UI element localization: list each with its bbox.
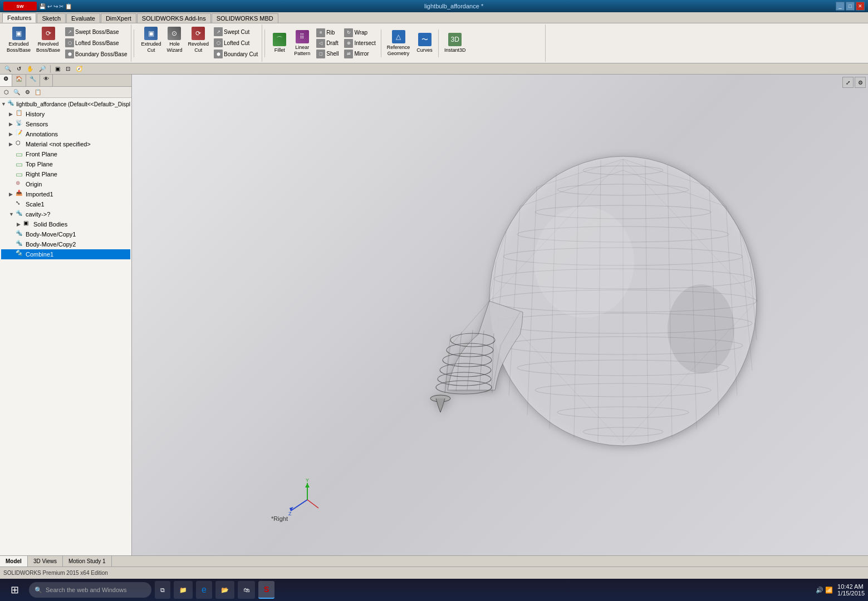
fillet-button[interactable]: ⌒ Fillet <box>269 32 290 55</box>
tree-item-origin[interactable]: ⊕ Origin <box>1 179 130 189</box>
minimize-button[interactable]: _ <box>836 2 845 11</box>
tree-item-top-plane[interactable]: ▭ Top Plane <box>1 159 130 169</box>
boundary-cut-button[interactable]: ⬢ Boundary Cut <box>212 49 259 59</box>
taskbar-edge[interactable]: e <box>196 581 212 599</box>
icon-combine1: 🔩 <box>16 250 24 259</box>
tab-motion-study[interactable]: Motion Study 1 <box>63 556 112 566</box>
rotate-view[interactable]: ↺ <box>14 65 23 72</box>
tree-item-material[interactable]: ▶ ⬡ Material <not specified> <box>1 139 130 149</box>
instant3d-button[interactable]: 3D Instant3D <box>442 32 468 55</box>
tab-model[interactable]: Model <box>0 556 28 566</box>
icon-cavity: 🔩 <box>16 210 24 219</box>
revolved-boss-button[interactable]: ⟳ RevolvedBoss/Base <box>34 26 62 55</box>
tree-item-front-plane[interactable]: ▭ Front Plane <box>1 149 130 159</box>
fm-btn-3[interactable]: ⚙ <box>22 87 32 97</box>
tab-3d-views[interactable]: 3D Views <box>28 556 63 566</box>
expand-material[interactable]: ▶ <box>9 141 16 147</box>
swept-boss-button[interactable]: ↗ Swept Boss/Base <box>63 27 129 37</box>
view-selector[interactable]: 🔍 <box>2 65 13 72</box>
tab-evaluate[interactable]: Evaluate <box>66 13 100 23</box>
tab-sketch[interactable]: Sketch <box>37 13 66 23</box>
fm-btn-4[interactable]: 📋 <box>33 87 43 97</box>
draft-button[interactable]: ◁ Draft <box>315 38 340 48</box>
wrap-button[interactable]: ↻ Wrap <box>342 28 377 38</box>
reference-geometry-button[interactable]: △ ReferenceGeometry <box>385 29 413 58</box>
display-manager-tab[interactable]: 👁 <box>40 75 53 86</box>
expand-annotations[interactable]: ▶ <box>9 131 16 137</box>
feature-manager-tab[interactable]: ⚙ <box>0 75 12 86</box>
icon-right-plane: ▭ <box>16 170 24 179</box>
tree-item-solid-bodies[interactable]: ▶ ▣ Solid Bodies <box>1 219 130 229</box>
taskbar-explorer[interactable]: 📁 <box>174 581 193 599</box>
close-button[interactable]: ✕ <box>856 2 865 11</box>
lightbulb-wireframe <box>300 134 773 496</box>
boss-base-buttons: ▣ ExtrudedBoss/Base ⟳ RevolvedBoss/Base … <box>4 26 129 61</box>
tab-dimxpert[interactable]: DimXpert <box>101 13 136 23</box>
expand-solid-bodies[interactable]: ▶ <box>17 221 23 227</box>
tree-item-history[interactable]: ▶ 📋 History <box>1 109 130 119</box>
tab-features[interactable]: Features <box>2 13 36 23</box>
linear-pattern-button[interactable]: ⠿ LinearPattern <box>292 29 312 58</box>
property-manager-tab[interactable]: 🏠 <box>12 75 26 86</box>
section-view[interactable]: ⊡ <box>63 65 72 72</box>
tree-item-body-move-copy1[interactable]: 🔩 Body-Move/Copy1 <box>1 229 130 239</box>
expand-combine1 <box>9 252 16 257</box>
config-manager-tab[interactable]: 🔧 <box>26 75 40 86</box>
tree-item-combine1[interactable]: 🔩 Combine1 <box>1 249 130 259</box>
expand-imported1[interactable]: ▶ <box>9 191 16 197</box>
window-controls[interactable]: _ □ ✕ <box>836 2 865 11</box>
ribbon-tabs: Features Sketch Evaluate DimXpert SOLIDW… <box>0 12 868 23</box>
shell-button[interactable]: ◻ Shell <box>315 49 340 59</box>
tree-item-body-move-copy2[interactable]: 🔩 Body-Move/Copy2 <box>1 239 130 249</box>
extruded-cut-button[interactable]: ▣ ExtrudedCut <box>139 26 163 55</box>
axis-svg: Z Y <box>288 477 327 516</box>
expand-sensors[interactable]: ▶ <box>9 121 16 127</box>
hole-wizard-button[interactable]: ⊙ HoleWizard <box>164 26 184 55</box>
svg-text:Z: Z <box>288 511 292 516</box>
tab-addins[interactable]: SOLIDWORKS Add-Ins <box>137 13 211 23</box>
maximize-button[interactable]: □ <box>846 2 855 11</box>
expand-root[interactable]: ▼ <box>1 101 7 107</box>
viewport-canvas[interactable]: Z Y *Right ⤢ ⚙ <box>132 75 868 555</box>
taskbar-task-view[interactable]: ⧉ <box>155 581 170 599</box>
taskbar-solidworks[interactable]: S <box>258 581 274 599</box>
fm-btn-1[interactable]: ⬡ <box>1 87 11 97</box>
taskbar-search[interactable]: 🔍 Search the web and Windows <box>29 582 151 598</box>
tree-item-root[interactable]: ▼ 🔩 lightbulb_affordance (Default<<Defau… <box>1 99 130 109</box>
fm-btn-2[interactable]: 🔍 <box>12 87 22 97</box>
hole-wizard-label: HoleWizard <box>166 41 182 53</box>
revolved-cut-button[interactable]: ⟳ RevolvedCut <box>186 26 212 55</box>
tree-item-right-plane[interactable]: ▭ Right Plane <box>1 169 130 179</box>
view-orientation[interactable]: 🧭 <box>73 65 85 72</box>
intersect-button[interactable]: ⊕ Intersect <box>342 38 377 48</box>
lofted-cut-button[interactable]: ⬡ Lofted Cut <box>212 38 259 48</box>
taskbar-folder[interactable]: 📂 <box>215 581 234 599</box>
tab-mbd[interactable]: SOLIDWORKS MBD <box>212 13 278 23</box>
extruded-boss-icon: ▣ <box>12 27 26 40</box>
swept-cut-button[interactable]: ↗ Swept Cut <box>212 27 259 37</box>
features-group: ⌒ Fillet ⠿ LinearPattern ≡ Rib ◁ Draft ◻… <box>267 24 546 62</box>
lofted-boss-button[interactable]: ⬡ Lofted Boss/Base <box>63 38 129 48</box>
expand-cavity[interactable]: ▼ <box>9 211 16 217</box>
view-options-button[interactable]: ⚙ <box>855 77 866 88</box>
tree-item-cavity[interactable]: ▼ 🔩 cavity->? <box>1 209 130 219</box>
label-body-move-copy1: Body-Move/Copy1 <box>26 231 76 238</box>
expand-history[interactable]: ▶ <box>9 111 16 117</box>
tree-item-annotations[interactable]: ▶ 📝 Annotations <box>1 129 130 139</box>
boundary-boss-button[interactable]: ⬢ Boundary Boss/Base <box>63 49 129 59</box>
pan-view[interactable]: ✋ <box>24 65 36 72</box>
zoom-fit-button[interactable]: ⤢ <box>842 77 854 88</box>
curves-button[interactable]: 〜 Curves <box>414 32 435 55</box>
mirror-button[interactable]: ⇌ Mirror <box>342 49 377 59</box>
zoom-view[interactable]: 🔎 <box>37 65 48 72</box>
display-style[interactable]: ▣ <box>53 65 62 72</box>
linear-pattern-icon: ⠿ <box>296 30 309 43</box>
tree-item-imported1[interactable]: ▶ 📥 Imported1 <box>1 189 130 199</box>
tree-item-sensors[interactable]: ▶ 📡 Sensors <box>1 119 130 129</box>
svg-point-45 <box>534 206 634 318</box>
rib-button[interactable]: ≡ Rib <box>315 28 340 38</box>
extruded-boss-button[interactable]: ▣ ExtrudedBoss/Base <box>4 26 33 55</box>
tree-item-scale1[interactable]: ⤡ Scale1 <box>1 199 130 209</box>
start-button[interactable]: ⊞ <box>3 581 26 599</box>
taskbar-store[interactable]: 🛍 <box>238 581 255 599</box>
